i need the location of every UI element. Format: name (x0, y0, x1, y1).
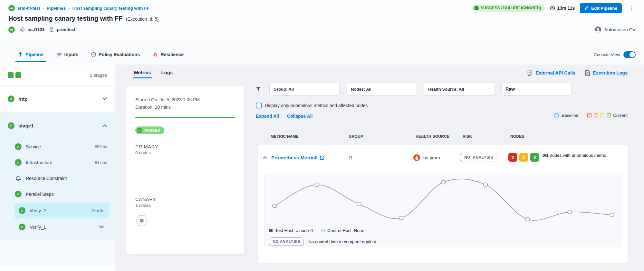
infrastructure-icon (49, 27, 54, 32)
canary-node-count: 1 nodes (135, 203, 235, 208)
edit-pipeline-button[interactable]: Edit Pipeline (580, 3, 622, 13)
breadcrumb-pipelines[interactable]: Pipelines (47, 6, 66, 11)
tab-metrics[interactable]: Metrics (134, 70, 151, 78)
console-view-toggle[interactable] (623, 51, 636, 58)
duration: Duration: 10 mins (135, 104, 235, 111)
data-point-marker[interactable] (610, 213, 614, 217)
header-actions: ✓ SUCCESS (FAILURE IGNORED) 13m 11s Edit… (472, 3, 636, 13)
more-options-icon[interactable]: ⋮ (627, 5, 636, 12)
main-content: 2 stages ✓ http ✓ stage1 ✓ Service 857ms… (0, 65, 644, 271)
data-point-marker[interactable] (441, 180, 446, 184)
node-risk-badges: 0 0 0 (508, 153, 539, 162)
execution-logs-link[interactable]: Execution Logs (585, 70, 628, 76)
col-nodes: NODES (510, 134, 524, 139)
stage-square-success (8, 72, 14, 78)
anomalous-checkbox[interactable] (256, 103, 262, 108)
current-green-swatch (607, 113, 611, 117)
primary-node-count: 0 nodes (135, 150, 235, 155)
tab-logs[interactable]: Logs (161, 70, 173, 78)
console-tabs: Metrics Logs (126, 65, 246, 78)
tab-inputs[interactable]: Inputs (56, 45, 79, 65)
console-view-control: Console View (594, 51, 636, 58)
no-analysis-message: No control data to compare against. (308, 239, 377, 244)
data-point-marker[interactable] (525, 217, 530, 221)
chevron-down-icon[interactable] (102, 97, 107, 100)
control-host-legend-item: Control Host: None (321, 228, 364, 233)
user-avatar-icon (595, 26, 601, 33)
filter-row: Group: All ˇ Nodes: All ˇ Health Source:… (255, 83, 572, 95)
test-host-swatch (269, 229, 273, 232)
anomalous-filter-row: Display only anomalous metrics and affec… (256, 103, 368, 108)
canary-node-hexagon[interactable] (135, 215, 148, 226)
external-link-icon (320, 156, 324, 160)
data-mode-select[interactable]: Raw ˇ (501, 83, 572, 95)
group-filter-select[interactable]: Group: All ˇ (269, 83, 340, 95)
step-name: Parallel Steps (26, 192, 53, 197)
breadcrumb-pipeline-name[interactable]: Host sampling canary testing with FF (72, 6, 149, 11)
breadcrumb-separator: › (152, 6, 153, 11)
metric-name-label: Prometheus Metric0 (271, 155, 317, 160)
success-check-icon: ✓ (15, 191, 22, 197)
collapse-all-link[interactable]: Collapse All (287, 114, 313, 119)
collapse-metric-chevron-up-icon[interactable] (263, 156, 267, 159)
node-count-green-badge: 0 (530, 153, 539, 162)
baseline-current-legend: Baseline Current (554, 113, 628, 118)
data-point-marker[interactable] (315, 183, 319, 187)
step-row-service[interactable]: ✓ Service 857ms (0, 139, 115, 155)
nodes-filter-select[interactable]: Nodes: All ˇ (347, 83, 417, 95)
passed-badge-label: PASSED (144, 128, 160, 132)
api-document-icon: API (527, 70, 533, 76)
node-count-red-badge: 0 (508, 153, 517, 162)
expand-all-link[interactable]: Expand All (256, 114, 279, 119)
step-row-verify-2[interactable]: ✓ Verify_2 13m 3s (14, 203, 109, 218)
current-orange-swatch (594, 113, 598, 117)
env-tag-label: promtest (57, 27, 75, 32)
breadcrumb-project[interactable]: srm-hf-test (17, 6, 40, 11)
step-name: Resource Constraint (26, 176, 67, 181)
step-row-infrastructure[interactable]: ✓ Infrastructure 617ms (0, 155, 115, 170)
tab-pipeline[interactable]: Pipeline (18, 45, 43, 65)
step-row-parallel-steps[interactable]: ✓ Parallel Steps (0, 186, 115, 202)
stages-summary: 2 stages (0, 65, 115, 86)
health-source-filter-select[interactable]: Health Source: All ˇ (424, 83, 494, 95)
step-row-verify-1[interactable]: ✓ Verify_1 9m (14, 219, 109, 235)
anomalous-nodes-text: nodes with anomalous metric (549, 153, 606, 158)
page-header: ∞ srm-hf-test › Pipelines › Host samplin… (0, 0, 644, 44)
anomalous-nodes-summary: 0/1 nodes with anomalous metric (543, 152, 617, 158)
env-tag[interactable]: promtest (49, 27, 75, 32)
chevron-down-icon: ˇ (566, 87, 567, 91)
chevron-up-icon[interactable] (102, 124, 107, 127)
title-row: Host sampling canary testing with FF (Ex… (8, 15, 636, 22)
metric-name-link[interactable]: Prometheus Metric0 (271, 155, 324, 160)
log-links: API External API Calls Execution Logs (527, 70, 628, 76)
metric-health-source: hs-prom (413, 154, 440, 161)
anomalous-nodes-ratio: 0/1 (543, 153, 549, 158)
data-point-marker[interactable] (273, 204, 277, 208)
data-point-marker[interactable] (399, 216, 403, 220)
no-analysis-row: NO ANALYSIS No control data to compare a… (269, 237, 618, 246)
no-analysis-badge: NO ANALYSIS (269, 237, 304, 246)
pencil-icon (584, 6, 589, 10)
risk-badge: NO_ANALYSIS (460, 153, 497, 162)
data-point-marker[interactable] (357, 202, 361, 206)
external-api-calls-link[interactable]: API External API Calls (527, 70, 575, 76)
health-source-label: hs-prom (423, 155, 440, 160)
tab-policy-evaluations[interactable]: Policy Evaluations (91, 45, 140, 65)
stage-row-stage1[interactable]: ✓ stage1 (0, 112, 115, 139)
stage-row-http[interactable]: ✓ http (0, 86, 115, 112)
tab-resilience[interactable]: Resilience (153, 45, 184, 65)
metrics-analysis-panel: API External API Calls Execution Logs Gr… (255, 65, 628, 271)
data-point-marker[interactable] (483, 183, 487, 187)
success-check-icon: ✓ (19, 224, 25, 230)
service-tag[interactable]: test1123 (19, 27, 44, 33)
elapsed-time: 13m 11s (550, 5, 575, 11)
gear-icon (19, 27, 25, 33)
breadcrumb-separator: › (43, 6, 44, 11)
step-row-resource-constraint[interactable]: Resource Constraint (0, 170, 115, 186)
filter-icon[interactable] (255, 86, 262, 92)
success-check-icon: ✓ (8, 95, 14, 102)
external-api-calls-label: External API Calls (535, 70, 575, 75)
data-point-marker[interactable] (568, 210, 572, 214)
check-circle-icon: ✓ (137, 128, 142, 133)
started-on: Started On: Jul 5, 2023 1:06 PM (135, 96, 235, 104)
